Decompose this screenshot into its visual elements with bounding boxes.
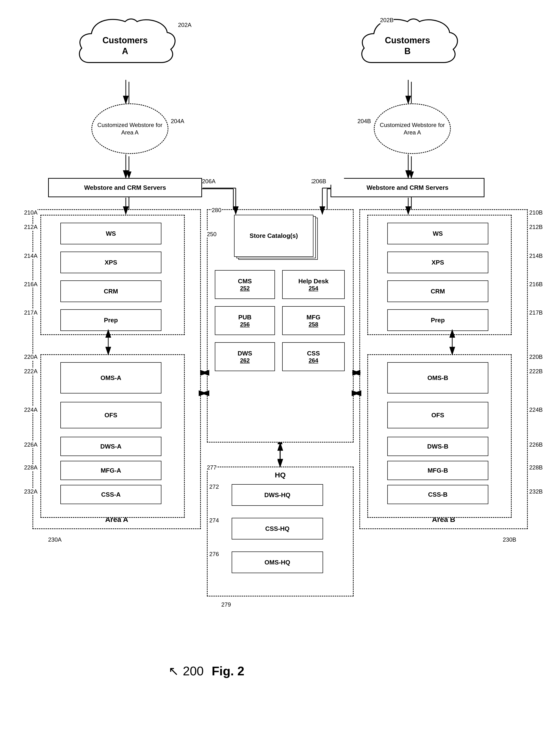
label-217b: 217B — [529, 309, 543, 316]
mfg-a-box: MFG-A — [60, 461, 161, 480]
label-232a: 232A — [24, 488, 38, 495]
svg-text:Customers: Customers — [385, 35, 430, 45]
label-220a: 220A — [24, 353, 38, 360]
label-277: 277 — [207, 464, 217, 471]
dws-hq-box: DWS-HQ — [232, 484, 323, 506]
cms-ref: 252 — [238, 285, 252, 292]
prep-b-box: Prep — [387, 309, 488, 331]
figure-number: 200 — [183, 664, 204, 678]
ws-b-box: WS — [387, 223, 488, 244]
crm-server-a: Webstore and CRM Servers — [48, 178, 202, 197]
oms-hq-box: OMS-HQ — [232, 551, 323, 573]
css-b-box: CSS-B — [387, 485, 488, 504]
label-212a: 212A — [24, 224, 38, 230]
area-a-upper-group: WS XPS CRM Prep — [40, 215, 185, 335]
css-a-box: CSS-A — [60, 485, 161, 504]
svg-text:A: A — [122, 46, 128, 56]
pub-ref: 256 — [238, 321, 252, 328]
webstore-b-oval: Customized Webstore for Area A — [374, 103, 451, 154]
store-catalog-stack: Store Catalog(s) — [234, 215, 318, 263]
label-272: 272 — [209, 484, 219, 490]
mfg-center-ref: 258 — [306, 321, 320, 328]
label-232b: 232B — [529, 488, 543, 495]
label-202b: 202B — [380, 17, 394, 24]
label-222b: 222B — [529, 368, 543, 375]
cms-box: CMS 252 — [215, 270, 275, 299]
pub-box: PUB 256 — [215, 306, 275, 335]
css-center-label: CSS — [307, 350, 320, 357]
oms-a-box: OMS-A — [60, 362, 161, 393]
mfg-center-box: MFG 258 — [282, 306, 345, 335]
crm-a-box: CRM — [60, 281, 161, 302]
cms-label: CMS — [238, 278, 252, 285]
crm-server-a-label: Webstore and CRM Servers — [84, 184, 166, 191]
dws-center-label: DWS — [238, 350, 252, 357]
label-214b: 214B — [529, 252, 543, 259]
label-220b: 220B — [529, 353, 543, 360]
hq-title: HQ — [275, 471, 286, 479]
mfg-center-label: MFG — [306, 313, 320, 321]
diagram: Customers A Customers B 202A 202B Custom… — [0, 0, 560, 754]
label-212b: 212B — [529, 224, 543, 230]
label-204b: 204B — [357, 118, 371, 125]
label-210a: 210A — [24, 209, 38, 216]
ofs-b-box: OFS — [387, 402, 488, 428]
ws-a-box: WS — [60, 223, 161, 244]
webstore-b-label: Customized Webstore for Area A — [377, 121, 448, 136]
area-a-lower-group: OMS-A OFS DWS-A MFG-A CSS-A — [40, 354, 185, 518]
label-250: 250 — [207, 231, 217, 238]
label-230b: 230B — [503, 536, 516, 543]
hq-region: HQ DWS-HQ CSS-HQ OMS-HQ — [207, 467, 354, 596]
css-hq-box: CSS-HQ — [232, 518, 323, 539]
store-catalog-label: Store Catalog(s) — [250, 232, 298, 240]
customers-a-cloud: Customers A — [75, 15, 176, 79]
area-a-container: Area A WS XPS CRM Prep OMS-A OFS DWS-A M… — [33, 209, 201, 529]
figure-label: Fig. 2 — [212, 664, 244, 678]
label-222a: 222A — [24, 368, 38, 375]
dws-center-box: DWS 262 — [215, 342, 275, 371]
helpdesk-box: Help Desk 254 — [282, 270, 345, 299]
label-274: 274 — [209, 517, 219, 524]
crm-b-box: CRM — [387, 281, 488, 302]
figure-arrow: ↖ — [168, 664, 179, 678]
customers-b-cloud: Customers B — [357, 15, 458, 79]
dws-center-ref: 262 — [238, 357, 252, 364]
label-206a: 206A — [202, 178, 216, 185]
dws-a-box: DWS-A — [60, 437, 161, 456]
label-216b: 216B — [529, 281, 543, 288]
label-224b: 224B — [529, 406, 543, 413]
mfg-b-box: MFG-B — [387, 461, 488, 480]
label-206b-text: 206B — [313, 178, 326, 185]
label-206b: 206B — [331, 178, 344, 185]
pub-label: PUB — [238, 313, 252, 321]
label-202a: 202A — [178, 22, 192, 28]
crm-server-b-label: Webstore and CRM Servers — [366, 184, 448, 191]
label-280: 280 — [212, 207, 221, 213]
area-b-upper-group: WS XPS CRM Prep — [367, 215, 512, 335]
oms-b-box: OMS-B — [387, 362, 488, 393]
label-230a: 230A — [48, 536, 62, 543]
svg-text:B: B — [404, 46, 411, 56]
xps-a-box: XPS — [60, 251, 161, 273]
label-224a: 224A — [24, 406, 38, 413]
css-center-box: CSS 264 — [282, 342, 345, 371]
area-b-container: Area B WS XPS CRM Prep OMS-B OFS DWS-B M… — [359, 209, 528, 529]
label-276: 276 — [209, 551, 219, 557]
label-228b: 228B — [529, 464, 543, 471]
crm-server-b: Webstore and CRM Servers — [331, 178, 484, 197]
label-226a: 226A — [24, 441, 38, 448]
css-center-ref: 264 — [307, 357, 320, 364]
label-217a: 217A — [24, 309, 38, 316]
helpdesk-label: Help Desk — [298, 278, 328, 285]
label-216a: 216A — [24, 281, 38, 288]
webstore-a-oval: Customized Webstore for Area A — [92, 103, 168, 154]
area-b-lower-group: OMS-B OFS DWS-B MFG-B CSS-B — [367, 354, 512, 518]
label-226b: 226B — [529, 441, 543, 448]
label-214a: 214A — [24, 252, 38, 259]
helpdesk-ref: 254 — [298, 285, 328, 292]
label-228a: 228A — [24, 464, 38, 471]
webstore-a-label: Customized Webstore for Area A — [95, 121, 165, 136]
prep-a-box: Prep — [60, 309, 161, 331]
dws-b-box: DWS-B — [387, 437, 488, 456]
label-279: 279 — [221, 601, 231, 608]
